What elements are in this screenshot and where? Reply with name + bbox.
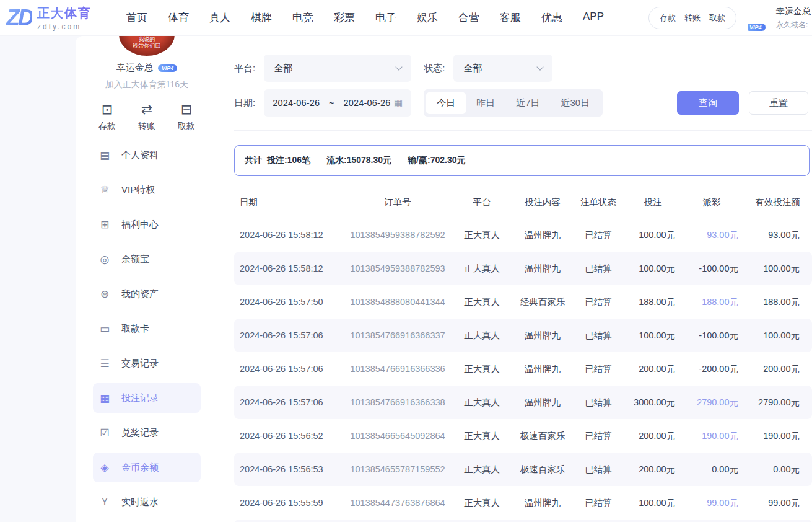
cell-order-number: 1013854959388782593 (346, 263, 450, 273)
cell-valid-bet: 100.00元 (743, 330, 812, 342)
brand-domain: zdty.com (37, 22, 92, 31)
sidebar-menu-item[interactable]: ◈ 金币余额 (93, 453, 201, 482)
top-header: ZD 正大体育 zdty.com 首页体育真人棋牌电竞彩票电子娱乐合营客服优惠A… (0, 0, 812, 36)
wallet-actions-pill: 存款转账取款 (648, 7, 736, 29)
cell-date: 2024-06-26 15:57:06 (234, 364, 346, 374)
col-header-platform: 平台 (450, 197, 514, 208)
sidebar-menu-item[interactable]: ♕ VIP特权 (93, 175, 201, 205)
quick-range-button[interactable]: 今日 (426, 92, 466, 114)
cell-date: 2024-06-26 15:57:06 (234, 330, 346, 340)
cell-valid-bet: 0.00元 (743, 464, 812, 476)
sidebar-item-icon: ⊞ (98, 218, 111, 231)
quick-action-label: 取款 (178, 121, 195, 132)
sidebar-menu-item[interactable]: ◎ 余额宝 (93, 244, 201, 274)
col-header-content: 投注内容 (514, 197, 571, 208)
table-row: 2024-06-26 15:57:50 1013854888080441344 … (234, 285, 812, 319)
sidebar-menu-item[interactable]: ⊞ 福利中心 (93, 210, 201, 239)
wallet-action-button[interactable]: 转账 (684, 12, 701, 24)
sidebar-menu: ▤ 个人资料 ♕ VIP特权 ⊞ 福利中心 ◎ 余额宝 (76, 140, 218, 522)
quick-action-icon: ⇄ (141, 102, 152, 118)
username: 幸运金总 (776, 6, 811, 17)
sidebar-menu-item[interactable]: ☰ 交易记录 (93, 348, 201, 378)
sidebar-item-icon: ♕ (98, 184, 111, 197)
search-button[interactable]: 查询 (677, 91, 739, 115)
avatar-overlay-text: 我说的 (139, 36, 155, 43)
sidebar-item-label: 交易记录 (121, 358, 159, 369)
sidebar-menu-item[interactable]: ▤ 个人资料 (93, 140, 201, 170)
content-card: 我说的 晚带你们回 幸运金总 VIP4 加入正大体育第116天 ⊡ 存款 ⇄ 转… (76, 36, 812, 522)
cell-valid-bet: 2790.00元 (743, 397, 812, 409)
cell-payout: -200.00元 (680, 363, 743, 375)
sidebar-menu-item[interactable]: ▦ 投注记录 (93, 383, 201, 413)
quick-range-button[interactable]: 近30日 (551, 92, 601, 114)
date-filter-label: 日期: (234, 97, 255, 109)
username: 幸运金总 (116, 62, 154, 74)
table-row: 2024-06-26 15:57:06 1013854766916366337 … (234, 319, 812, 352)
cell-valid-bet: 100.00元 (743, 263, 812, 275)
sidebar-item-label: 金币余额 (121, 462, 159, 474)
quick-action-button[interactable]: ⊡ 存款 (98, 102, 116, 132)
date-range-value: 2024-06-26 ~ 2024-06-26 (273, 97, 394, 109)
cell-platform: 正大真人 (450, 296, 514, 308)
cell-bet: 100.00元 (626, 229, 680, 241)
sidebar-item-icon: ☑ (98, 427, 111, 440)
quick-action-button[interactable]: ⇄ 转账 (138, 102, 155, 132)
logo-mark-icon: ZD (6, 5, 32, 31)
sidebar: 我说的 晚带你们回 幸运金总 VIP4 加入正大体育第116天 ⊡ 存款 ⇄ 转… (76, 36, 218, 522)
cell-content: 极速百家乐 (514, 430, 571, 442)
sidebar-item-icon: ▦ (98, 392, 111, 405)
nav-item[interactable]: 真人 (209, 11, 230, 25)
sidebar-item-icon: ☰ (98, 357, 111, 370)
date-range-input[interactable]: 2024-06-26 ~ 2024-06-26 ▦ (264, 89, 411, 117)
nav-item[interactable]: 体育 (168, 11, 189, 25)
nav-item[interactable]: 客服 (500, 11, 521, 25)
sidebar-item-label: 我的资产 (121, 288, 159, 300)
nav-item[interactable]: 首页 (126, 11, 147, 25)
main-nav: 首页体育真人棋牌电竞彩票电子娱乐合营客服优惠APP (126, 11, 604, 25)
status-select[interactable]: 全部 (453, 55, 552, 82)
cell-content: 温州牌九 (514, 363, 571, 375)
cell-bet: 100.00元 (626, 330, 680, 342)
nav-item[interactable]: 棋牌 (251, 11, 272, 25)
nav-item[interactable]: 合营 (458, 11, 479, 25)
cell-bet: 200.00元 (626, 430, 680, 442)
table-row: 2024-06-26 15:57:06 1013854766916366338 … (234, 386, 812, 419)
quick-range-button[interactable]: 昨日 (466, 92, 505, 114)
table-row-partial (234, 520, 812, 522)
sidebar-item-label: 取款卡 (121, 323, 149, 335)
cell-platform: 正大真人 (450, 397, 514, 409)
cell-status: 已结算 (571, 464, 626, 476)
cell-bet: 200.00元 (626, 363, 680, 375)
sidebar-menu-item[interactable]: ⊛ 我的资产 (93, 279, 201, 309)
cell-order-number: 1013854665645092864 (346, 431, 450, 441)
quick-action-button[interactable]: ⊟ 取款 (178, 102, 195, 132)
nav-item[interactable]: 彩票 (334, 11, 355, 25)
sidebar-menu-item[interactable]: ¥ 实时返水 (93, 487, 201, 517)
wallet-action-button[interactable]: 取款 (709, 12, 725, 24)
quick-action-label: 转账 (138, 121, 155, 132)
cell-date: 2024-06-26 15:58:12 (234, 263, 346, 273)
nav-item[interactable]: 娱乐 (417, 11, 438, 25)
sidebar-item-icon: ◎ (98, 253, 111, 266)
nav-item[interactable]: 电竞 (292, 11, 313, 25)
nav-item[interactable]: APP (583, 11, 604, 25)
platform-select-value: 全部 (274, 63, 396, 74)
brand-logo[interactable]: ZD 正大体育 zdty.com (6, 5, 92, 31)
cell-platform: 正大真人 (450, 464, 514, 476)
reset-button[interactable]: 重置 (749, 91, 808, 115)
cell-status: 已结算 (571, 430, 626, 442)
chevron-down-icon (396, 63, 403, 70)
platform-select[interactable]: 全部 (264, 55, 411, 82)
sidebar-menu-item[interactable]: ▭ 取款卡 (93, 314, 201, 343)
quick-range-button[interactable]: 近7日 (505, 92, 550, 114)
sidebar-menu-item[interactable]: ☑ 兑奖记录 (93, 418, 201, 448)
cell-payout: -100.00元 (680, 263, 743, 275)
wallet-action-button[interactable]: 存款 (660, 12, 676, 24)
sidebar-item-icon: ▭ (98, 322, 111, 335)
col-header-status: 注单状态 (571, 197, 626, 208)
nav-item[interactable]: 优惠 (541, 11, 562, 25)
sidebar-item-label: 实时返水 (121, 497, 159, 508)
nav-item[interactable]: 电子 (375, 11, 396, 25)
sidebar-item-label: 投注记录 (121, 392, 159, 404)
cell-platform: 正大真人 (450, 263, 514, 275)
